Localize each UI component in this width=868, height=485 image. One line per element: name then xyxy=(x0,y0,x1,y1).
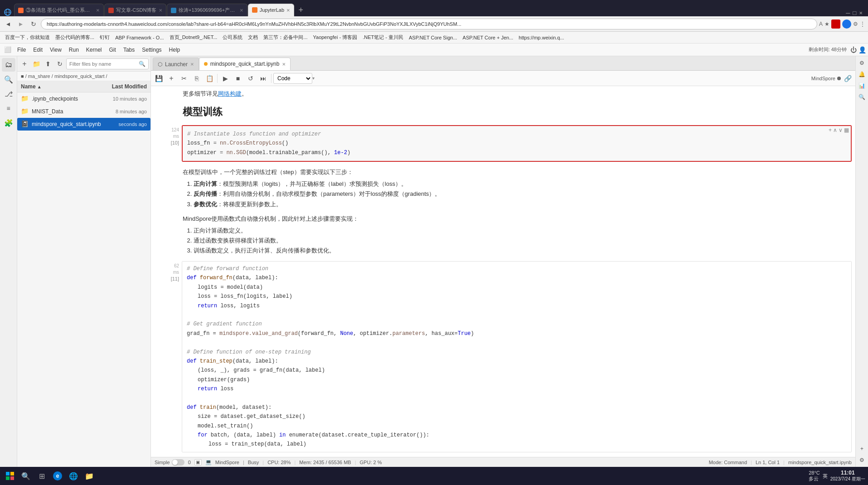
forward-btn[interactable]: ▸ xyxy=(15,19,26,29)
bookmark-9[interactable]: Yaopengfei - 博客园 xyxy=(311,33,360,42)
bookmark-4[interactable]: ABP Framework - O... xyxy=(113,34,166,41)
file-item-checkpoints[interactable]: 📁 .ipynb_checkpoints 10 minutes ago xyxy=(17,92,150,105)
cell-delete-icon[interactable]: ▦ xyxy=(844,127,849,133)
taskbar-files[interactable]: 📁 xyxy=(82,469,97,483)
bookmark-8[interactable]: 第三节：必备中间... xyxy=(261,33,310,42)
right-icon-4[interactable]: 🔍 xyxy=(857,92,867,102)
table-icon[interactable]: ≡ xyxy=(2,102,15,115)
translate-icon[interactable]: A xyxy=(819,21,823,27)
tab-1[interactable]: ③条消息 墨公代码_墨公系列... × xyxy=(14,4,104,16)
menu-git[interactable]: Git xyxy=(106,45,120,54)
taskbar-edge[interactable]: e xyxy=(50,469,65,483)
taskbar-browser[interactable]: 🌐 xyxy=(66,469,81,483)
tab2-close[interactable]: × xyxy=(159,7,162,14)
launcher-tab-close[interactable]: × xyxy=(190,61,194,68)
bookmark-2[interactable]: 墨公代码的博客... xyxy=(53,33,97,42)
simple-toggle[interactable] xyxy=(172,459,184,466)
col-name-header[interactable]: Name ▲ xyxy=(21,83,81,90)
run-btn[interactable]: ▶ xyxy=(219,73,231,84)
notebook-tab-close[interactable]: × xyxy=(282,61,286,68)
extension-icon[interactable]: 🧩 xyxy=(2,116,15,130)
ext3-icon[interactable]: ⚙ xyxy=(853,21,858,27)
menu-view[interactable]: View xyxy=(46,45,65,54)
bookmark-10[interactable]: .NET笔记 - 童川民 xyxy=(360,33,406,42)
refresh-files-btn[interactable]: ↻ xyxy=(54,58,65,69)
add-cell-btn[interactable]: + xyxy=(165,73,177,84)
settings-icon[interactable]: ⋮ xyxy=(860,21,865,27)
menu-file[interactable]: File xyxy=(14,45,29,54)
maximize-btn[interactable]: □ xyxy=(853,10,857,16)
tab4-close[interactable]: × xyxy=(286,7,290,14)
user-icon[interactable]: 👤 xyxy=(858,46,866,53)
status-divider-4: | xyxy=(751,460,752,465)
bookmark-7[interactable]: 文档 xyxy=(246,33,260,42)
right-icon-2[interactable]: 🔔 xyxy=(857,69,867,79)
ext1-icon[interactable] xyxy=(831,19,840,29)
link-network[interactable]: 网络构建 xyxy=(218,90,242,97)
search-files-input[interactable] xyxy=(69,61,137,67)
ext2-icon[interactable] xyxy=(842,19,851,29)
copy-btn[interactable]: ⎘ xyxy=(191,73,203,84)
cell-type-select[interactable]: Code Markdown Raw xyxy=(273,73,312,84)
menu-kernel[interactable]: Kernel xyxy=(82,45,106,54)
stop-btn[interactable]: ■ xyxy=(232,73,244,84)
cell-move-down-icon[interactable]: ∨ xyxy=(839,127,843,133)
cell-add-above-icon[interactable]: + xyxy=(829,127,832,133)
launcher-tab[interactable]: ⬡ Launcher × xyxy=(153,58,199,70)
paste-btn[interactable]: 📋 xyxy=(204,73,215,84)
cut-btn[interactable]: ✂ xyxy=(178,73,190,84)
back-btn[interactable]: ◂ xyxy=(3,19,14,29)
tab3-close[interactable]: × xyxy=(240,7,243,14)
bookmark-1[interactable]: 百度一下，你就知道 xyxy=(3,33,52,42)
new-tab-button[interactable]: + xyxy=(295,4,307,16)
file-modified-1: 10 minutes ago xyxy=(113,96,147,102)
col-modified-header[interactable]: Last Modified xyxy=(81,83,147,90)
taskbar-view[interactable]: ⊞ xyxy=(34,469,49,483)
right-icon-bottom-1[interactable]: + xyxy=(857,444,867,454)
bookmark-13[interactable]: https://mp.weixin.q... xyxy=(516,34,566,41)
search-icon[interactable]: 🔍 xyxy=(2,73,15,86)
bookmark-11[interactable]: ASP.NET Core Sign... xyxy=(407,34,460,41)
left-sidebar-toggle[interactable]: ⬜ xyxy=(2,44,14,56)
cell-move-up-icon[interactable]: ∧ xyxy=(833,127,837,133)
star-icon[interactable]: ★ xyxy=(824,21,829,27)
menu-help[interactable]: Help xyxy=(165,45,184,54)
bookmark-5[interactable]: 首页_Dotnet9_.NET... xyxy=(167,33,220,42)
file-item-notebook[interactable]: 📓 mindspore_quick_start.ipynb seconds ag… xyxy=(17,118,150,131)
close-btn[interactable]: × xyxy=(859,10,863,16)
code-cell-62[interactable]: 62 ms [11] # Define forward function def… xyxy=(151,260,855,453)
file-item-mnist[interactable]: 📁 MNIST_Data 8 minutes ago xyxy=(17,105,150,118)
start-button[interactable] xyxy=(3,469,17,483)
right-icon-3[interactable]: 📊 xyxy=(857,81,867,91)
menu-edit[interactable]: Edit xyxy=(29,45,46,54)
taskbar-search[interactable]: 🔍 xyxy=(19,469,33,483)
right-icon-bottom-2[interactable]: ⚙ xyxy=(857,455,867,465)
tab-2[interactable]: 写文章-CSDN博客 × xyxy=(104,4,166,16)
menu-run[interactable]: Run xyxy=(65,45,82,54)
tab1-close[interactable]: × xyxy=(96,7,100,14)
tab-4-active[interactable]: JupyterLab × xyxy=(248,4,294,16)
share-btn[interactable]: 🔗 xyxy=(842,73,853,84)
new-folder-btn[interactable]: 📁 xyxy=(31,58,42,69)
menu-settings[interactable]: Settings xyxy=(138,45,165,54)
upload-btn[interactable]: ⬆ xyxy=(43,58,53,69)
bookmark-12[interactable]: ASP.NET Core + Jen... xyxy=(461,34,516,41)
save-btn[interactable]: 💾 xyxy=(153,73,165,84)
menu-tabs[interactable]: Tabs xyxy=(120,45,138,54)
bookmark-6[interactable]: 公司系统 xyxy=(220,33,245,42)
notebook-content[interactable]: 更多细节详见网络构建。 模型训练 124 ms [10] xyxy=(151,86,855,457)
restart-btn[interactable]: ↺ xyxy=(245,73,257,84)
new-file-btn[interactable]: + xyxy=(19,58,30,69)
git-icon[interactable]: ⎇ xyxy=(2,87,15,101)
url-input[interactable] xyxy=(41,19,817,29)
code-cell-124[interactable]: 124 ms [10] + ∧ ∨ ▦ xyxy=(151,124,855,163)
minimize-btn[interactable]: ─ xyxy=(846,10,850,16)
tab-3[interactable]: 徐涛+13960699696+产品体验' × xyxy=(167,4,247,16)
notebook-tab[interactable]: mindspore_quick_start.ipynb × xyxy=(199,58,291,70)
restart-run-btn[interactable]: ⏭ xyxy=(257,73,269,84)
files-icon[interactable]: 🗂 xyxy=(2,58,15,72)
right-icon-1[interactable]: ⚙ xyxy=(857,58,867,68)
power-icon[interactable]: ⏻ xyxy=(850,46,857,53)
refresh-btn[interactable]: ↻ xyxy=(28,19,39,29)
bookmark-3[interactable]: 钉钉 xyxy=(97,33,112,42)
